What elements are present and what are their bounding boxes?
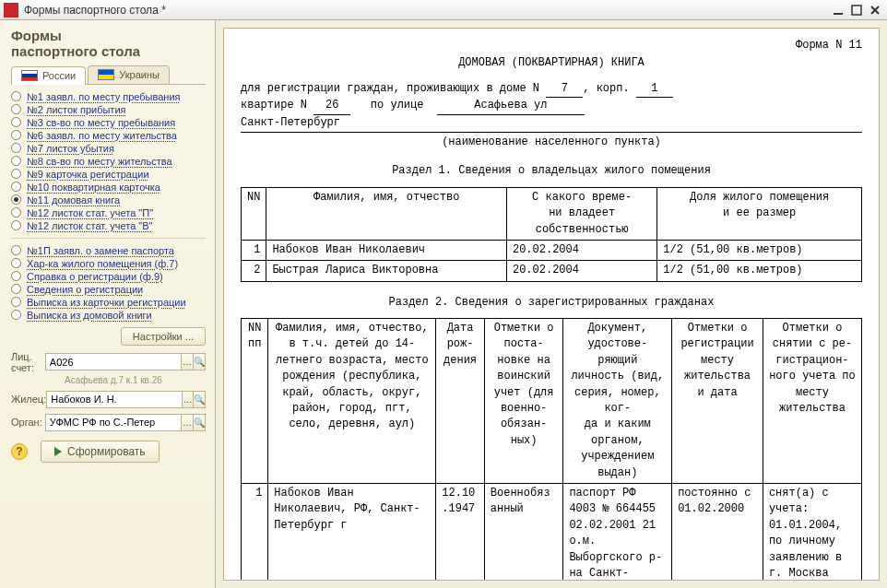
- form-item-label: №12 листок стат. учета "П": [27, 207, 153, 218]
- form-item[interactable]: Выписка из карточки регистрации: [11, 296, 206, 309]
- organ-search-button[interactable]: 🔍: [194, 414, 206, 431]
- section-1-title: Раздел 1. Сведения о владельцах жилого п…: [241, 163, 862, 179]
- form-item-label: Справка о регистрации (ф.9): [27, 271, 163, 282]
- play-icon: [54, 447, 62, 456]
- t1-col-share: Доля жилого помещения и ее размер: [657, 187, 862, 240]
- svg-rect-1: [852, 6, 861, 15]
- form-item[interactable]: №3 св-во по месту пребывания: [11, 116, 206, 129]
- form-item[interactable]: Выписка из домовой книги: [11, 309, 206, 322]
- form-item-label: Сведения о регистрации: [27, 284, 143, 295]
- account-browse-button[interactable]: …: [182, 353, 194, 370]
- tenant-search-button[interactable]: 🔍: [194, 391, 206, 408]
- t2-col-nn: NN пп: [242, 319, 268, 484]
- t2-col-fio: Фамилия, имя, отчество, в т.ч. детей до …: [268, 319, 436, 484]
- t1-col-fio: Фамилия, имя, отчество: [266, 187, 507, 240]
- form-item[interactable]: №1П заявл. о замене паспорта: [11, 244, 206, 257]
- form-item-label: Выписка из домовой книги: [27, 310, 152, 321]
- app-icon: [4, 3, 18, 18]
- organ-input[interactable]: [45, 414, 182, 431]
- radio-icon: [11, 258, 21, 268]
- form-number: Форма N 11: [241, 38, 862, 53]
- form-item[interactable]: №7 листок убытия: [11, 142, 206, 155]
- generate-button-label: Сформировать: [67, 445, 146, 458]
- form-list-a: №1 заявл. по месту пребывания№2 листок п…: [11, 90, 206, 232]
- form-item[interactable]: №6 заявл. по месту жительства: [11, 129, 206, 142]
- close-button[interactable]: [867, 3, 883, 18]
- maximize-button[interactable]: [848, 3, 865, 18]
- form-item[interactable]: Хар-ка жилого помещения (ф.7): [11, 257, 206, 270]
- radio-icon: [11, 117, 21, 127]
- radio-icon: [11, 169, 21, 179]
- organ-browse-button[interactable]: …: [182, 414, 194, 431]
- document-pane: Форма N 11 ДОМОВАЯ (ПОКВАРТИРНАЯ) КНИГА …: [216, 20, 887, 588]
- form-item[interactable]: №12 листок стат. учета "В": [11, 219, 206, 232]
- table-row: 1Набоков Иван Николаевич20.02.20041/2 (5…: [242, 240, 862, 260]
- radio-icon: [11, 310, 21, 320]
- account-label: Лиц. счет:: [11, 351, 45, 373]
- t2-col-birth: Дата рож- дения: [436, 319, 484, 484]
- tenant-input[interactable]: [46, 391, 183, 408]
- window-title: Формы паспортного стола *: [24, 4, 828, 17]
- radio-icon: [11, 284, 21, 294]
- radio-icon: [11, 156, 21, 166]
- flag-ukraine-icon: [98, 69, 114, 80]
- separator: [11, 238, 206, 239]
- form-item-label: Хар-ка жилого помещения (ф.7): [27, 258, 178, 269]
- form-item[interactable]: №9 карточка регистрации: [11, 168, 206, 181]
- radio-icon: [11, 104, 21, 114]
- form-item[interactable]: №10 поквартирная карточка: [11, 181, 206, 194]
- minimize-button[interactable]: [830, 3, 846, 18]
- form-item[interactable]: №11 домовая книга: [11, 194, 206, 206]
- t2-col-reg: Отметки о регистрации месту жительства и…: [672, 319, 763, 484]
- tenant-label: Жилец:: [11, 394, 46, 405]
- radio-icon: [11, 182, 21, 192]
- radio-icon: [11, 220, 21, 230]
- form-list-b: №1П заявл. о замене паспортаХар-ка жилог…: [11, 244, 206, 322]
- sidebar-heading: Формы паспортного стола: [11, 28, 206, 60]
- form-item[interactable]: Сведения о регистрации: [11, 283, 206, 296]
- form-item-label: №3 св-во по месту пребывания: [27, 117, 175, 128]
- tab-ukraine-label: Украины: [119, 69, 160, 80]
- form-item-label: №9 карточка регистрации: [27, 169, 149, 180]
- address-line-2: квартире N 26 по улице Асафьева ул: [241, 98, 862, 114]
- form-item-label: №6 заявл. по месту жительства: [27, 130, 177, 141]
- t2-col-docu: Документ, удостове- ряющий личность (вид…: [563, 319, 672, 484]
- city-caption: (наименование населенного пункта): [241, 135, 862, 150]
- form-item[interactable]: №1 заявл. по месту пребывания: [11, 90, 206, 103]
- account-search-button[interactable]: 🔍: [194, 353, 206, 370]
- form-item[interactable]: №8 св-во по месту жительства: [11, 155, 206, 168]
- table-row: 2Быстрая Лариса Викторовна20.02.20041/2 …: [242, 261, 862, 281]
- form-item-label: №12 листок стат. учета "В": [27, 220, 153, 231]
- radio-icon: [11, 130, 21, 140]
- radio-icon: [11, 297, 21, 307]
- window-titlebar: Формы паспортного стола *: [0, 0, 887, 20]
- settings-button[interactable]: Настройки ...: [121, 327, 206, 346]
- form-item[interactable]: №2 листок прибытия: [11, 103, 206, 116]
- flag-russia-icon: [21, 70, 38, 81]
- generate-button[interactable]: Сформировать: [41, 441, 160, 463]
- radio-icon: [11, 245, 21, 255]
- radio-icon: [11, 271, 21, 281]
- city-line: Санкт-Петербург: [241, 115, 862, 133]
- form-item[interactable]: №12 листок стат. учета "П": [11, 206, 206, 219]
- t2-col-mil: Отметки о поста- новке на воинский учет …: [484, 319, 563, 484]
- document[interactable]: Форма N 11 ДОМОВАЯ (ПОКВАРТИРНАЯ) КНИГА …: [223, 28, 880, 581]
- t1-col-since: С какого време- ни владеет собственность…: [506, 187, 656, 240]
- tab-ukraine[interactable]: Украины: [88, 65, 170, 84]
- form-item-label: №1 заявл. по месту пребывания: [27, 91, 181, 102]
- organ-label: Орган:: [11, 417, 45, 428]
- registered-table: NN пп Фамилия, имя, отчество, в т.ч. дет…: [241, 318, 862, 581]
- radio-icon: [11, 91, 21, 101]
- form-item-label: №10 поквартирная карточка: [27, 182, 160, 193]
- tab-russia[interactable]: России: [11, 66, 86, 85]
- help-icon[interactable]: ?: [11, 443, 28, 460]
- sidebar: Формы паспортного стола России Украины №…: [0, 20, 216, 588]
- account-hint: Асафьева д.7 к.1 кв.26: [11, 375, 206, 385]
- account-input[interactable]: [45, 353, 182, 370]
- radio-icon: [11, 143, 21, 153]
- form-item-label: №8 св-во по месту жительства: [27, 156, 172, 167]
- address-line-1: для регистрации граждан, проживающих в д…: [241, 81, 862, 98]
- form-item-label: Выписка из карточки регистрации: [27, 297, 186, 308]
- form-item[interactable]: Справка о регистрации (ф.9): [11, 270, 206, 283]
- tenant-browse-button[interactable]: …: [183, 391, 194, 408]
